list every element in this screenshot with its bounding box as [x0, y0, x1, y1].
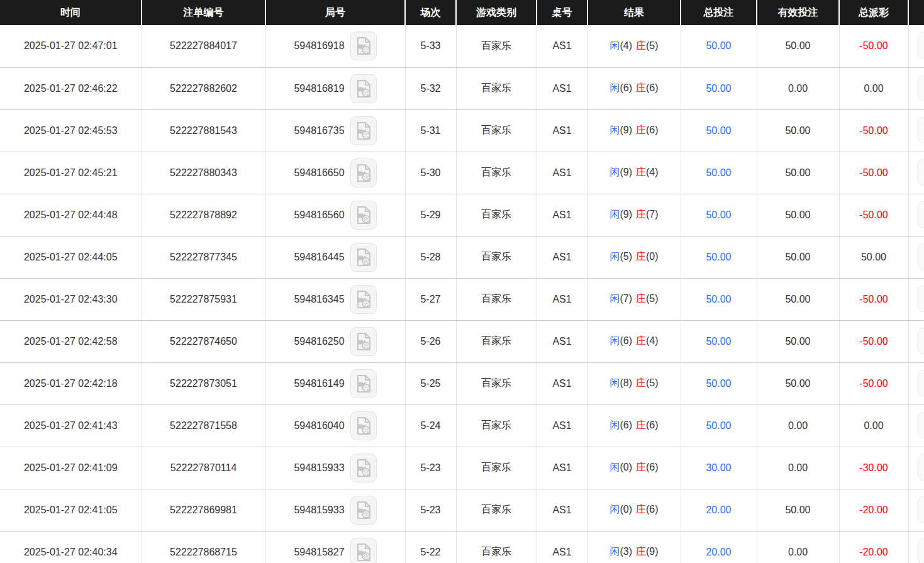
- video-replay-button[interactable]: [350, 201, 377, 230]
- cell-table-no: AS1: [537, 447, 587, 489]
- cell-total-bet: 30.00: [681, 447, 757, 489]
- cell-session: 5-29: [405, 194, 456, 236]
- player-label: 闲: [610, 40, 620, 51]
- row-action-button[interactable]: [918, 75, 924, 101]
- table-row: 2025-01-27 02:45:21522227880343594816650…: [0, 152, 924, 194]
- cell-bet-id: 522227875931: [142, 278, 265, 320]
- player-label: 闲: [610, 335, 620, 346]
- round-id-group: 594816345: [266, 279, 405, 320]
- cell-bet-id: 522227877345: [142, 236, 265, 278]
- video-replay-button[interactable]: [350, 159, 377, 187]
- video-record-icon: [355, 290, 372, 309]
- table-row: 2025-01-27 02:47:01522227884017594816918…: [0, 25, 924, 67]
- column-header-time: 时间: [0, 0, 142, 25]
- banker-label: 庄: [636, 546, 646, 557]
- cell-bet-id: 522227868715: [142, 531, 265, 563]
- cell-table-no: AS1: [537, 25, 587, 67]
- banker-points: (5): [646, 377, 659, 388]
- round-id-group: 594816560: [266, 194, 405, 236]
- cell-session: 5-22: [405, 531, 456, 563]
- cell-result: 闲(6)庄(6): [587, 67, 681, 109]
- round-id-group: 594816040: [266, 405, 405, 447]
- player-label: 闲: [610, 209, 620, 220]
- cell-time: 2025-01-27 02:40:34: [0, 531, 142, 563]
- row-action-button[interactable]: [918, 243, 924, 270]
- cell-extra: [908, 194, 924, 236]
- cell-time: 2025-01-27 02:44:05: [0, 236, 142, 278]
- video-replay-button[interactable]: [350, 369, 377, 398]
- cell-payout: -30.00: [839, 447, 908, 489]
- video-replay-button[interactable]: [350, 31, 377, 60]
- player-points: (9): [620, 167, 632, 177]
- video-replay-button[interactable]: [350, 116, 377, 145]
- video-replay-button[interactable]: [350, 496, 377, 525]
- row-action-button[interactable]: [918, 496, 924, 523]
- cell-payout: 0.00: [839, 404, 908, 447]
- video-record-icon: [355, 36, 372, 55]
- banker-points: (4): [646, 335, 659, 346]
- cell-valid-bet: 50.00: [757, 194, 839, 236]
- cell-total-bet: 50.00: [681, 236, 757, 278]
- cell-extra: [908, 362, 924, 404]
- video-replay-button[interactable]: [350, 327, 377, 356]
- round-id-text: 594816918: [294, 40, 344, 52]
- row-action-button[interactable]: [918, 286, 924, 312]
- player-points: (6): [620, 335, 632, 346]
- row-action-button[interactable]: [918, 32, 924, 59]
- cell-result: 闲(6)庄(6): [587, 404, 681, 447]
- cell-result: 闲(8)庄(5): [587, 362, 681, 404]
- row-action-button[interactable]: [918, 454, 924, 481]
- video-replay-button[interactable]: [350, 243, 377, 272]
- cell-extra: [908, 278, 924, 320]
- video-replay-button[interactable]: [350, 285, 377, 314]
- table-row: 2025-01-27 02:41:09522227870114594815933…: [0, 447, 924, 489]
- player-label: 闲: [610, 546, 620, 557]
- column-header-session: 场次: [405, 0, 456, 25]
- banker-points: (6): [646, 125, 659, 135]
- row-action-button[interactable]: [918, 328, 924, 354]
- cell-game-type: 百家乐: [456, 447, 537, 489]
- cell-table-no: AS1: [537, 67, 587, 109]
- round-id-group: 594816250: [266, 321, 405, 362]
- cell-session: 5-25: [405, 362, 456, 404]
- player-label: 闲: [610, 251, 620, 262]
- round-id-group: 594816819: [266, 68, 405, 109]
- cell-valid-bet: 50.00: [757, 320, 839, 362]
- column-header-round_id: 局号: [265, 0, 405, 25]
- cell-bet-id: 522227869981: [142, 489, 265, 531]
- cell-payout: -50.00: [839, 109, 908, 152]
- cell-payout: 0.00: [839, 67, 908, 109]
- row-action-button[interactable]: [918, 370, 924, 396]
- cell-session: 5-33: [405, 25, 456, 67]
- row-action-button[interactable]: [918, 201, 924, 228]
- cell-game-type: 百家乐: [456, 404, 537, 447]
- round-id-text: 594816819: [294, 83, 344, 94]
- table-row: 2025-01-27 02:45:53522227881543594816735…: [0, 109, 924, 152]
- video-replay-button[interactable]: [350, 454, 377, 482]
- cell-total-bet: 50.00: [681, 25, 757, 67]
- cell-payout: -20.00: [839, 489, 908, 531]
- player-points: (7): [620, 293, 632, 304]
- cell-extra: [908, 320, 924, 362]
- row-action-button[interactable]: [918, 159, 924, 186]
- player-label: 闲: [610, 293, 620, 304]
- round-id-text: 594815933: [294, 504, 344, 516]
- row-action-button[interactable]: [918, 538, 924, 563]
- banker-label: 庄: [636, 504, 646, 515]
- cell-valid-bet: 50.00: [757, 489, 839, 531]
- cell-session: 5-27: [405, 278, 456, 320]
- cell-result: 闲(5)庄(0): [587, 236, 681, 278]
- cell-bet-id: 522227874650: [142, 320, 265, 362]
- cell-round-id: 594816250: [265, 320, 405, 362]
- cell-bet-id: 522227878892: [142, 194, 265, 236]
- column-header-total_bet: 总投注: [681, 0, 757, 25]
- row-action-button[interactable]: [918, 412, 924, 438]
- row-action-button[interactable]: [918, 117, 924, 143]
- cell-total-bet: 50.00: [681, 362, 757, 404]
- banker-points: (6): [646, 504, 659, 515]
- cell-round-id: 594816819: [265, 67, 405, 109]
- video-replay-button[interactable]: [350, 538, 377, 563]
- video-replay-button[interactable]: [350, 74, 377, 103]
- player-points: (6): [620, 420, 632, 430]
- video-replay-button[interactable]: [350, 411, 377, 440]
